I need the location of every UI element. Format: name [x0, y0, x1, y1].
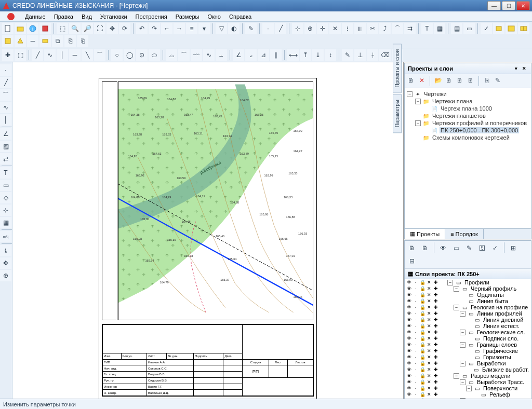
- close-button[interactable]: ✕: [516, 1, 530, 10]
- layer-sel-icon[interactable]: ▭: [450, 242, 462, 254]
- layer-row[interactable]: 👁·🔒✕✚▭Рельеф: [405, 391, 531, 398]
- forward-icon[interactable]: →: [174, 23, 185, 34]
- panel-close-icon[interactable]: ✕: [521, 65, 528, 72]
- lt-arc-icon[interactable]: ⌒: [0, 89, 11, 101]
- poly-icon[interactable]: [15, 35, 26, 47]
- text-icon[interactable]: T: [421, 23, 433, 34]
- open-icon[interactable]: [15, 23, 26, 34]
- tree-node[interactable]: −📁Чертежи плана: [407, 98, 529, 105]
- layer-row[interactable]: 👁·🔒✕✚−▭Выработки Трасс.: [405, 379, 531, 385]
- rect4-icon[interactable]: [39, 35, 51, 47]
- zoom-in-icon[interactable]: 🔍: [69, 23, 81, 34]
- menu-constructions[interactable]: Построения: [131, 12, 171, 21]
- menu-view[interactable]: Вид: [77, 12, 96, 21]
- lt-diamond-icon[interactable]: ◇: [0, 192, 11, 203]
- lt-hatch-icon[interactable]: ▨: [0, 141, 11, 152]
- layer-row[interactable]: 👁·🔒✕✚−▭Поверхности: [405, 385, 531, 391]
- layer-row[interactable]: 👁·🔒✕✚▭Линия естест.: [405, 323, 531, 329]
- layer-row[interactable]: 👁·🔒✕✚−▭Линии профилей: [405, 310, 531, 317]
- split-icon[interactable]: ⫼: [354, 23, 366, 34]
- vert2-icon[interactable]: ⊥: [354, 49, 366, 61]
- layer-row[interactable]: 👁·🔒✕✚−▭Черный профиль: [405, 285, 531, 292]
- dim4-icon[interactable]: ↕: [325, 49, 336, 61]
- lt-label-icon[interactable]: аб|: [0, 231, 11, 242]
- angle-icon[interactable]: ∠: [233, 49, 244, 61]
- proj-doc3-icon[interactable]: 🗎: [466, 76, 475, 85]
- menu-settings[interactable]: Установки: [96, 12, 131, 21]
- tree-node[interactable]: 📄Чертеж плана 1000: [407, 105, 529, 112]
- circle3-icon[interactable]: ⊙: [136, 49, 148, 61]
- trim-icon[interactable]: ✂: [367, 23, 378, 34]
- zoom-out-icon[interactable]: 🔎: [82, 23, 93, 34]
- layer-row[interactable]: 👁·🔒✕✚−▭Выработки: [405, 360, 531, 366]
- new-icon[interactable]: [2, 23, 14, 34]
- layers-tree[interactable]: 👁·🔒✕✚−▭Профили👁·🔒✕✚−▭Черный профиль👁·🔒✕✚…: [405, 279, 531, 407]
- lt-angle-icon[interactable]: ∠: [0, 128, 11, 140]
- lt-rect-icon[interactable]: ▭: [0, 180, 11, 191]
- sheet-icon[interactable]: ▭: [463, 23, 475, 34]
- layer-lock-icon[interactable]: ⚿: [476, 242, 488, 254]
- circle-icon[interactable]: ○: [111, 49, 123, 61]
- table-icon[interactable]: ▤: [451, 23, 462, 34]
- copy-icon[interactable]: ⎘: [64, 35, 76, 47]
- stop-icon[interactable]: [39, 23, 51, 34]
- side-tab-params[interactable]: Параметры: [393, 94, 402, 133]
- layer-edit-icon[interactable]: ✎: [463, 242, 475, 254]
- layer-row[interactable]: 👁·🔒✕✚▭Горизонты: [405, 354, 531, 360]
- layers-icon[interactable]: ⧉: [52, 35, 63, 47]
- parallel-icon[interactable]: ∥: [270, 49, 282, 61]
- diag-icon[interactable]: ╲: [82, 49, 93, 61]
- rect3-icon[interactable]: [2, 35, 14, 47]
- tree-node[interactable]: −✦Чертежи: [407, 90, 529, 98]
- offset-icon[interactable]: ⇉: [404, 23, 416, 34]
- lt-vert-icon[interactable]: │: [0, 114, 11, 126]
- spline-icon[interactable]: 〰: [191, 49, 202, 61]
- arc2-icon[interactable]: ⌒: [178, 49, 190, 61]
- menu-dimensions[interactable]: Размеры: [171, 12, 204, 21]
- back-icon[interactable]: ←: [161, 23, 172, 34]
- layer-row[interactable]: 👁·🔒✕✚▭Близкие выработ.: [405, 366, 531, 373]
- canvas[interactable]: р.Бобровка: [12, 62, 403, 409]
- delete-node-icon[interactable]: ✕: [329, 23, 341, 34]
- layer-row[interactable]: 👁·🔒✕✚−▭Профили: [405, 279, 531, 285]
- lt-targ-icon[interactable]: ⊕: [0, 270, 11, 281]
- panel-dock-icon[interactable]: ▾: [512, 65, 520, 72]
- cross-icon[interactable]: ✚: [2, 49, 14, 61]
- lt-grid-icon[interactable]: ▦: [0, 217, 11, 228]
- layer-expand-icon[interactable]: ⊞: [508, 242, 519, 254]
- point-icon[interactable]: ·: [262, 23, 274, 34]
- menu-help[interactable]: Справка: [225, 12, 256, 21]
- measure-icon[interactable]: ⟊: [367, 49, 378, 61]
- lt-snap-icon[interactable]: ⊹: [0, 204, 11, 216]
- select-icon[interactable]: ⬚: [15, 49, 26, 61]
- double-icon[interactable]: [518, 23, 529, 34]
- layer-row[interactable]: 👁·🔒✕✚−▭Геология на профиле: [405, 304, 531, 310]
- lt-curve-icon[interactable]: ∿: [0, 102, 11, 113]
- proj-doc1-icon[interactable]: 🗎: [444, 76, 454, 85]
- curve-icon[interactable]: ⌒: [94, 49, 105, 61]
- lt-point-icon[interactable]: ·: [0, 64, 11, 76]
- layer-row[interactable]: 👁·🔒✕✚−▭Геологические сл.: [405, 329, 531, 335]
- tree-node[interactable]: 📁Чертежи планшетов: [407, 112, 529, 119]
- angle2-icon[interactable]: ⦟: [245, 49, 257, 61]
- layer-show-icon[interactable]: 👁: [437, 242, 449, 254]
- layer-mark-icon[interactable]: ✓: [489, 242, 501, 254]
- spline2-icon[interactable]: ∿: [203, 49, 215, 61]
- info-icon[interactable]: i: [27, 23, 38, 34]
- list-icon[interactable]: ≡: [186, 23, 197, 34]
- proj-edit-icon[interactable]: ✎: [493, 76, 502, 85]
- lt-line-icon[interactable]: ╱: [0, 77, 11, 88]
- refresh-icon[interactable]: ⟳: [119, 23, 130, 34]
- extend-icon[interactable]: ⤴: [379, 23, 391, 34]
- pencil2-icon[interactable]: ✎: [342, 49, 353, 61]
- redo-icon[interactable]: ↷: [149, 23, 160, 34]
- tree-node[interactable]: 📄ПК 250+0,000 - ПК 300+0,000: [407, 127, 529, 134]
- layer-collapse-icon[interactable]: ⊟: [406, 255, 418, 267]
- pan-icon[interactable]: ✥: [107, 23, 118, 34]
- layer-new-icon[interactable]: 🗎: [406, 242, 418, 254]
- tab-projects[interactable]: ▦Проекты: [405, 229, 445, 239]
- zoom-fit-icon[interactable]: ⛶: [94, 23, 105, 34]
- pencil-icon[interactable]: ✎: [245, 23, 257, 34]
- paste-icon[interactable]: ⎗: [77, 35, 88, 47]
- proj-open-icon[interactable]: 📂: [433, 76, 443, 85]
